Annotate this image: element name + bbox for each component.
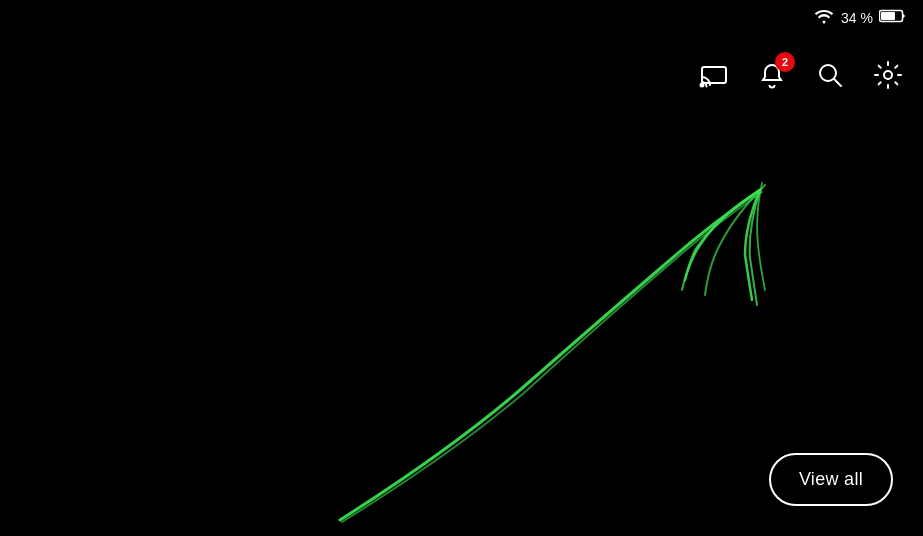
battery-percent: 34 % [841,10,873,26]
battery-icon [879,8,907,27]
svg-rect-1 [881,12,895,20]
svg-point-3 [701,84,704,87]
settings-button[interactable] [873,60,903,94]
notification-badge: 2 [775,52,795,72]
toolbar: 2 [699,60,903,94]
svg-point-6 [884,71,892,79]
notifications-button[interactable]: 2 [757,60,787,94]
view-all-button[interactable]: View all [769,453,893,506]
svg-line-5 [834,79,841,86]
svg-rect-2 [702,67,726,83]
cast-button[interactable] [699,60,729,94]
status-bar: 34 % [813,8,907,27]
wifi-icon [813,8,835,27]
search-button[interactable] [815,60,845,94]
